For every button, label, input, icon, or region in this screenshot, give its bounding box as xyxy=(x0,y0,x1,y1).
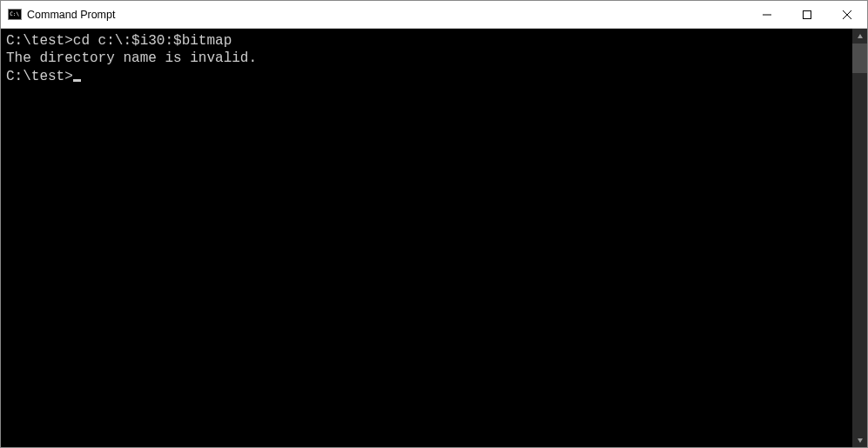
window-title: Command Prompt xyxy=(27,9,115,21)
prompt: C:\test> xyxy=(6,69,73,84)
cursor xyxy=(73,79,81,82)
titlebar[interactable]: C:\ Command Prompt xyxy=(1,1,867,29)
window: C:\ Command Prompt C:\test>cd c:\:$i30:$… xyxy=(0,0,868,448)
scroll-down-button[interactable] xyxy=(852,432,867,447)
scroll-up-button[interactable] xyxy=(852,29,867,43)
scrollbar-thumb[interactable] xyxy=(852,43,867,73)
svg-rect-3 xyxy=(804,10,811,18)
terminal-line: C:\test> xyxy=(6,68,852,85)
scrollbar-track[interactable] xyxy=(852,43,867,432)
svg-text:C:\: C:\ xyxy=(10,10,19,17)
terminal[interactable]: C:\test>cd c:\:$i30:$bitmapThe directory… xyxy=(1,29,852,447)
maximize-button[interactable] xyxy=(787,1,827,28)
terminal-line: The directory name is invalid. xyxy=(6,50,852,67)
command-text: cd c:\:$i30:$bitmap xyxy=(73,33,232,49)
client-area: C:\test>cd c:\:$i30:$bitmapThe directory… xyxy=(1,29,867,447)
prompt: C:\test> xyxy=(6,33,73,49)
terminal-line: C:\test>cd c:\:$i30:$bitmap xyxy=(6,32,852,50)
cmd-icon: C:\ xyxy=(8,8,22,22)
minimize-button[interactable] xyxy=(747,1,787,28)
scrollbar[interactable] xyxy=(852,29,867,447)
svg-marker-7 xyxy=(858,438,863,443)
close-button[interactable] xyxy=(827,1,867,28)
svg-marker-6 xyxy=(858,34,863,38)
